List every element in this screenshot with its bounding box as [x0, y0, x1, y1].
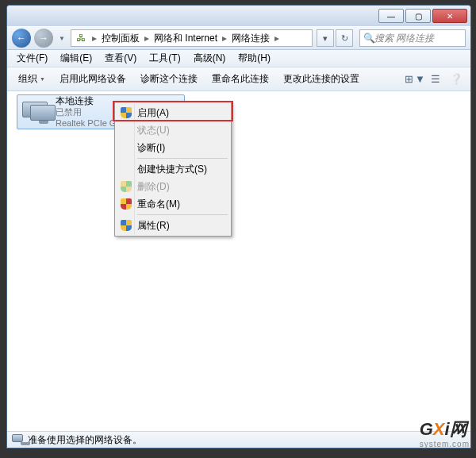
search-placeholder: 搜索 网络连接 — [374, 32, 434, 45]
adapter-name: 本地连接 — [56, 95, 124, 106]
forward-button[interactable]: → — [34, 29, 53, 48]
breadcrumb-segment[interactable]: 控制面板 — [102, 32, 140, 45]
view-mode-button[interactable]: ⊞▼ — [405, 71, 424, 88]
menu-edit[interactable]: 编辑(E) — [54, 50, 98, 67]
titlebar: — ▢ ✕ — [7, 6, 470, 26]
separator — [137, 158, 228, 159]
nav-history-dropdown[interactable]: ▼ — [56, 35, 67, 42]
command-bar: 组织▼ 启用此网络设备 诊断这个连接 重命名此连接 更改此连接的设置 ⊞▼ ☰ … — [7, 67, 470, 91]
close-button[interactable]: ✕ — [432, 9, 467, 23]
chevron-icon[interactable]: ▸ — [221, 33, 228, 44]
context-status: 状态(U) — [117, 121, 229, 139]
content-area[interactable]: 本地连接 已禁用 Realtek PCIe G... — [7, 91, 470, 433]
preview-pane-button[interactable]: ☰ — [426, 71, 445, 88]
back-button[interactable]: ← — [12, 29, 31, 48]
minimize-button[interactable]: — — [378, 9, 404, 23]
context-diagnose[interactable]: 诊断(I) — [117, 139, 229, 156]
shield-icon — [120, 198, 132, 210]
navigation-row: ← → ▼ 🖧 ▸ 控制面板 ▸ 网络和 Internet ▸ 网络连接 ▸ ▾… — [7, 26, 470, 50]
menu-bar: 文件(F) 编辑(E) 查看(V) 工具(T) 高级(N) 帮助(H) — [7, 50, 470, 67]
address-tools: ▾ ↻ — [317, 29, 353, 47]
shield-icon — [120, 180, 132, 193]
context-properties[interactable]: 属性(R) — [117, 217, 229, 234]
shield-icon — [120, 106, 132, 119]
chevron-icon[interactable]: ▸ — [273, 33, 281, 44]
explorer-window: — ▢ ✕ ← → ▼ 🖧 ▸ 控制面板 ▸ 网络和 Internet ▸ 网络… — [6, 5, 471, 448]
refresh-button[interactable]: ↻ — [336, 29, 353, 47]
address-dropdown-button[interactable]: ▾ — [317, 29, 334, 47]
context-rename[interactable]: 重命名(M) — [117, 195, 229, 213]
adapter-status: 已禁用 — [56, 106, 124, 117]
diagnose-button[interactable]: 诊断这个连接 — [134, 70, 204, 88]
context-enable[interactable]: 启用(A) — [117, 104, 229, 121]
chevron-icon[interactable]: ▸ — [90, 33, 98, 44]
status-icon — [12, 434, 25, 445]
menu-view[interactable]: 查看(V) — [98, 50, 143, 67]
menu-file[interactable]: 文件(F) — [10, 50, 54, 67]
adapter-text: 本地连接 已禁用 Realtek PCIe G... — [56, 95, 124, 129]
adapter-device: Realtek PCIe G... — [56, 117, 124, 129]
breadcrumb-segment[interactable]: 网络连接 — [232, 32, 270, 45]
organize-button[interactable]: 组织▼ — [12, 70, 52, 88]
enable-device-button[interactable]: 启用此网络设备 — [53, 70, 132, 88]
menu-help[interactable]: 帮助(H) — [232, 50, 277, 67]
context-delete: 删除(D) — [117, 178, 229, 195]
help-button[interactable]: ❔ — [447, 71, 466, 88]
status-text: 准备使用选择的网络设备。 — [28, 433, 142, 447]
context-create-shortcut[interactable]: 创建快捷方式(S) — [117, 160, 229, 178]
search-icon: 🔍 — [363, 33, 374, 44]
address-bar[interactable]: 🖧 ▸ 控制面板 ▸ 网络和 Internet ▸ 网络连接 ▸ — [71, 29, 313, 47]
maximize-button[interactable]: ▢ — [405, 9, 431, 23]
shield-icon — [120, 219, 132, 232]
network-icon: 🖧 — [75, 32, 87, 44]
menu-tools[interactable]: 工具(T) — [143, 50, 186, 67]
chevron-icon[interactable]: ▸ — [143, 33, 151, 44]
status-bar: 准备使用选择的网络设备。 — [7, 431, 470, 448]
change-settings-button[interactable]: 更改此连接的设置 — [277, 70, 366, 88]
adapter-icon — [22, 100, 51, 124]
rename-connection-button[interactable]: 重命名此连接 — [205, 70, 275, 88]
menu-advanced[interactable]: 高级(N) — [187, 50, 232, 67]
search-input[interactable]: 🔍 搜索 网络连接 — [359, 29, 466, 47]
breadcrumb-segment[interactable]: 网络和 Internet — [154, 32, 217, 45]
context-menu: 启用(A) 状态(U) 诊断(I) 创建快捷方式(S) 删除(D) 重命名(M)… — [114, 102, 232, 237]
separator — [137, 214, 228, 215]
watermark: GXi网 system.com — [420, 418, 470, 448]
